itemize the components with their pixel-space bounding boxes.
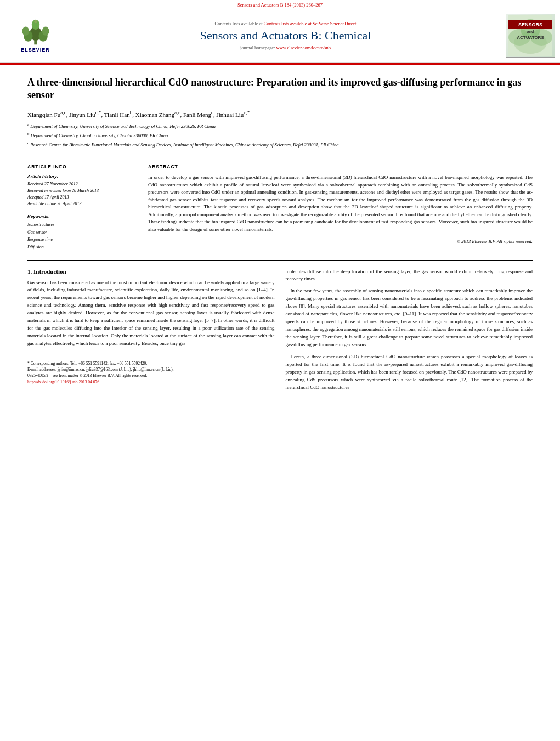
footnote-emails: E-mail addresses: jyliu@iim.ac.cn, jyliu…: [27, 366, 275, 372]
journal-homepage: journal homepage: www.elsevier.com/locat…: [240, 45, 331, 50]
svg-point-7: [34, 20, 37, 23]
available-date: Available online 26 April 2013: [27, 201, 128, 207]
svg-text:SENSORS: SENSORS: [518, 22, 542, 27]
keywords-list: Nanostructures Gas sensor Response time …: [27, 221, 128, 251]
affiliation-b: b Department of Chemistry, Chaohu Univer…: [27, 131, 533, 139]
footnote-corresponding: * Corresponding authors. Tel.: +86 551 5…: [27, 360, 275, 366]
received-date: Received 27 November 2012: [27, 181, 128, 188]
keyword-nanostructures: Nanostructures: [27, 221, 128, 229]
article-info-header: ARTICLE INFO: [27, 164, 128, 169]
main-content: A three-dimensional hierarchical CdO nan…: [0, 65, 560, 407]
abstract-header: ABSTRACT: [148, 164, 533, 169]
svg-text:and: and: [527, 30, 533, 33]
footnote-section: * Corresponding authors. Tel.: +86 551 5…: [27, 357, 275, 385]
intro-para-3: Herein, a three-dimensional (3D) hierarc…: [286, 353, 533, 392]
received-revised-date: Received in revised form 28 March 2013: [27, 188, 128, 194]
keyword-response-time: Response time: [27, 236, 128, 244]
affiliation-c: c Research Center for Biomimetic Functio…: [27, 140, 533, 149]
affiliation-a: a Department of Chemistry, University of…: [27, 122, 533, 130]
elsevier-wordmark: ELSEVIER: [21, 47, 50, 53]
sciverse-link[interactable]: Contents lists available at SciVerse Sci…: [264, 21, 357, 26]
body-col-right: molecules diffuse into the deep location…: [286, 268, 533, 396]
doi-link[interactable]: http://dx.doi.org/10.1016/j.snb.2013.04.…: [27, 380, 99, 384]
accepted-date: Accepted 17 April 2013: [27, 194, 128, 201]
article-history-label: Article history:: [27, 174, 128, 179]
sensors-logo-image: SENSORS and ACTUATORS: [508, 15, 552, 56]
abstract-column: ABSTRACT In order to develop a gas senso…: [148, 164, 533, 251]
svg-point-4: [22, 27, 29, 36]
journal-title: Sensors and Actuators B: Chemical: [200, 29, 371, 43]
footnote-license: 0925-4005/$ – see front matter © 2013 El…: [27, 372, 275, 378]
keywords-label: Keywords:: [27, 214, 128, 219]
journal-header: Sensors and Actuators B 184 (2013) 260–2…: [0, 0, 560, 64]
abstract-text: In order to develop a gas sensor with im…: [148, 174, 533, 233]
keyword-gas-sensor: Gas sensor: [27, 229, 128, 236]
elsevier-tree-icon: [16, 19, 55, 46]
svg-text:ACTUATORS: ACTUATORS: [517, 35, 544, 40]
elsevier-logo: ELSEVIER: [16, 19, 55, 53]
intro-para-continuation: molecules diffuse into the deep location…: [286, 268, 533, 284]
sciverse-line: Contents lists available at Contents lis…: [214, 21, 356, 26]
article-info-abstract-section: ARTICLE INFO Article history: Received 2…: [27, 157, 533, 251]
header-center: Contents lists available at Contents lis…: [71, 9, 500, 62]
section-divider: [27, 260, 533, 261]
svg-point-5: [42, 27, 49, 36]
affiliations: a Department of Chemistry, University of…: [27, 122, 533, 148]
sensors-logo-box: SENSORS and ACTUATORS: [500, 9, 560, 62]
header-main: ELSEVIER Contents lists available at Con…: [0, 9, 560, 63]
article-title: A three-dimensional hierarchical CdO nan…: [27, 76, 533, 102]
intro-para-1: Gas sensor has been considered as one of…: [27, 279, 275, 348]
article-info-column: ARTICLE INFO Article history: Received 2…: [27, 164, 137, 251]
page-wrapper: Sensors and Actuators B 184 (2013) 260–2…: [0, 0, 560, 407]
intro-para-2: In the past few years, the assembly of s…: [286, 287, 533, 349]
journal-url[interactable]: www.elsevier.com/locate/snb: [276, 45, 331, 50]
body-col-left: 1. Introduction Gas sensor has been cons…: [27, 268, 275, 396]
body-content: 1. Introduction Gas sensor has been cons…: [27, 268, 533, 396]
authors-line: Xiangqian Fua,c, Jinyun Liuc,*, Tianli H…: [27, 110, 533, 118]
journal-citation: Sensors and Actuators B 184 (2013) 260–2…: [0, 0, 560, 9]
keyword-diffusion: Diffusion: [27, 244, 128, 251]
copyright-line: © 2013 Elsevier B.V. All rights reserved…: [148, 239, 533, 244]
introduction-heading: 1. Introduction: [27, 268, 275, 275]
elsevier-logo-box: ELSEVIER: [0, 9, 71, 62]
footnote-doi: http://dx.doi.org/10.1016/j.snb.2013.04.…: [27, 379, 275, 385]
sensors-actuators-logo: SENSORS and ACTUATORS: [506, 14, 555, 58]
